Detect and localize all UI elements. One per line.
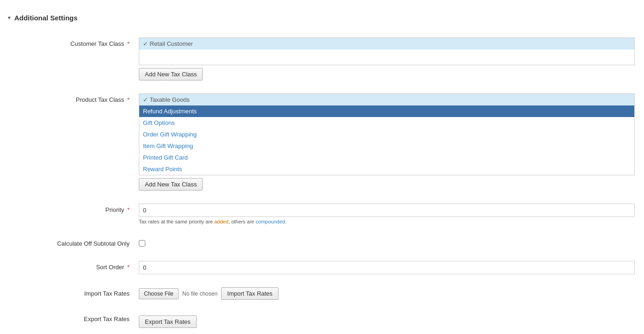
- list-item[interactable]: Gift Options: [139, 117, 634, 129]
- additional-settings-header[interactable]: ▼ Additional Settings: [0, 9, 644, 26]
- export-tax-rates-label: Export Tax Rates: [9, 313, 139, 322]
- priority-hint: Tax rates at the same priority are added…: [139, 219, 635, 224]
- customer-tax-class-field: ✓ Retail Customer Add New Tax Class: [139, 37, 635, 80]
- calculate-off-subtotal-label: Calculate Off Subtotal Only: [9, 237, 139, 247]
- calculate-off-subtotal-field: [139, 237, 635, 248]
- list-item[interactable]: Printed Gift Card: [139, 152, 634, 163]
- customer-tax-class-listbox[interactable]: ✓ Retail Customer: [139, 37, 635, 65]
- required-indicator: *: [127, 264, 130, 271]
- add-new-tax-class-product-button[interactable]: Add New Tax Class: [139, 178, 203, 191]
- calculate-off-subtotal-checkbox[interactable]: [139, 240, 145, 247]
- product-tax-class-row: Product Tax Class * ✓ Taxable Goods Refu…: [0, 87, 644, 197]
- no-file-text: No file chosen: [182, 291, 217, 297]
- collapse-arrow-icon: ▼: [7, 15, 12, 20]
- customer-tax-class-row: Customer Tax Class * ✓ Retail Customer A…: [0, 31, 644, 87]
- priority-input[interactable]: [139, 204, 635, 217]
- import-tax-rates-row: Import Tax Rates Choose File No file cho…: [0, 281, 644, 306]
- sort-order-row: Sort Order *: [0, 254, 644, 281]
- required-indicator: *: [127, 40, 130, 47]
- list-item[interactable]: Refund Adjustments: [139, 105, 634, 117]
- product-tax-class-listbox[interactable]: ✓ Taxable Goods Refund Adjustments Gift …: [139, 93, 635, 175]
- sort-order-label: Sort Order *: [9, 261, 139, 271]
- choose-file-button[interactable]: Choose File: [139, 288, 179, 299]
- list-item[interactable]: Item Gift Wrapping: [139, 140, 634, 152]
- list-item[interactable]: Reward Points: [139, 163, 634, 175]
- import-tax-rates-field: Choose File No file chosen Import Tax Ra…: [139, 287, 635, 300]
- export-tax-rates-row: Export Tax Rates Export Tax Rates: [0, 306, 644, 334]
- calculate-off-subtotal-row: Calculate Off Subtotal Only: [0, 231, 644, 254]
- sort-order-field: [139, 261, 635, 274]
- import-tax-rates-label: Import Tax Rates: [9, 287, 139, 297]
- list-item[interactable]: ✓ Retail Customer: [139, 38, 634, 49]
- export-tax-rates-button[interactable]: Export Tax Rates: [139, 315, 197, 328]
- priority-row: Priority * Tax rates at the same priorit…: [0, 197, 644, 231]
- required-indicator: *: [127, 206, 130, 213]
- export-tax-rates-field: Export Tax Rates: [139, 313, 635, 328]
- section-title: Additional Settings: [14, 14, 78, 22]
- priority-label: Priority *: [9, 204, 139, 213]
- add-new-tax-class-customer-button[interactable]: Add New Tax Class: [139, 68, 203, 80]
- import-tax-rates-button[interactable]: Import Tax Rates: [221, 287, 279, 300]
- list-item[interactable]: Order Gift Wrapping: [139, 129, 634, 140]
- file-input-wrap: Choose File No file chosen Import Tax Ra…: [139, 287, 635, 300]
- sort-order-input[interactable]: [139, 261, 635, 274]
- customer-tax-class-label: Customer Tax Class *: [9, 37, 139, 47]
- required-indicator: *: [127, 96, 130, 103]
- product-tax-class-label: Product Tax Class *: [9, 93, 139, 103]
- priority-field: Tax rates at the same priority are added…: [139, 204, 635, 224]
- product-tax-class-field: ✓ Taxable Goods Refund Adjustments Gift …: [139, 93, 635, 191]
- list-item[interactable]: ✓ Taxable Goods: [139, 94, 634, 105]
